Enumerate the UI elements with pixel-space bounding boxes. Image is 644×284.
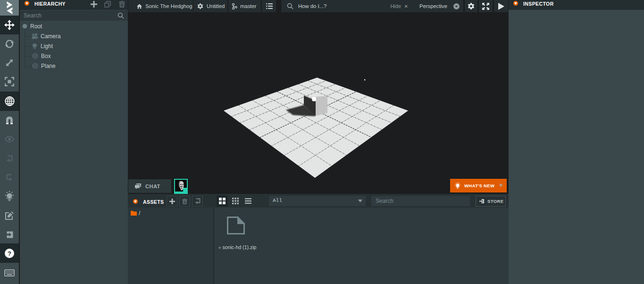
- svg-text:?: ?: [8, 250, 11, 257]
